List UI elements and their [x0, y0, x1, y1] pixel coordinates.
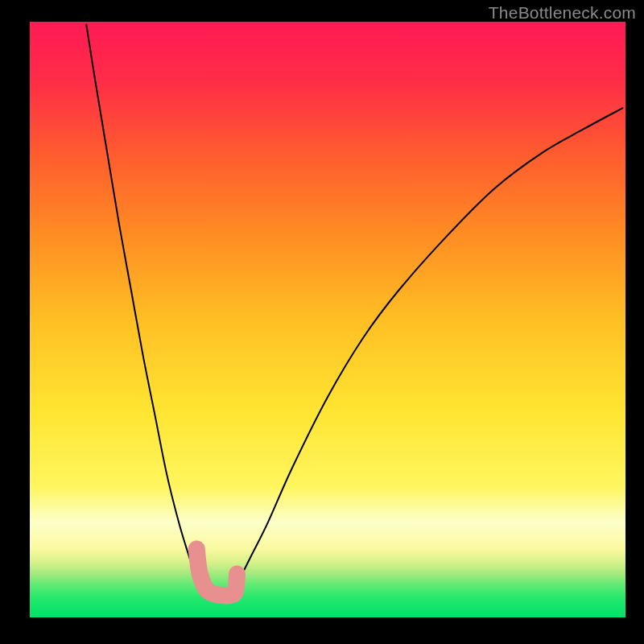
- watermark-text: TheBottleneck.com: [489, 3, 636, 23]
- chart-plot-area: [30, 22, 625, 617]
- chart-svg: [30, 22, 625, 617]
- gradient-background: [30, 22, 625, 617]
- chart-frame: TheBottleneck.com: [0, 0, 644, 644]
